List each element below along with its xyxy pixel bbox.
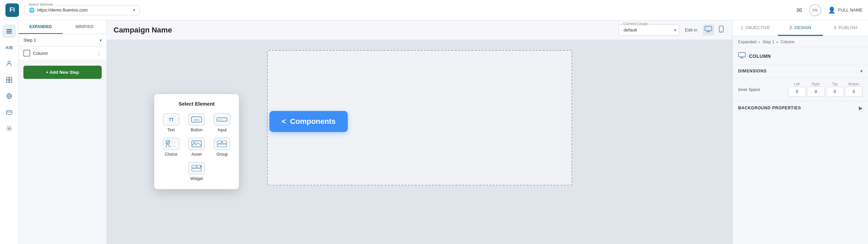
globe-icon: 🌐: [29, 7, 35, 13]
bg-props-title: BACKGROUND PROPERTIES: [738, 106, 801, 110]
website-url: https://demo.fluentos.com: [37, 7, 130, 13]
sidebar-icon-layers[interactable]: [2, 24, 16, 38]
website-chevron-icon: ▾: [133, 8, 135, 13]
svg-text:BTN: BTN: [194, 118, 199, 121]
svg-rect-4: [6, 77, 9, 80]
svg-rect-0: [6, 29, 12, 30]
element-input-icon: [214, 113, 230, 126]
right-input[interactable]: [807, 87, 825, 97]
mail-icon[interactable]: ✉: [796, 6, 802, 14]
top-input-group: Top: [826, 82, 844, 97]
svg-rect-28: [222, 141, 227, 143]
svg-rect-6: [6, 80, 9, 83]
element-text-label: Text: [167, 128, 175, 132]
icon-sidebar: A/B: [0, 20, 19, 244]
website-selector[interactable]: 🌐 https://demo.fluentos.com ▾: [24, 5, 140, 15]
svg-rect-1: [6, 31, 12, 32]
left-input[interactable]: [788, 87, 806, 97]
left-input-label: Left: [794, 82, 800, 86]
tab-objective[interactable]: 1. OBJECTIVE: [733, 20, 778, 36]
top-bar-right: ✉ 1% 👤 FULL NAME: [796, 4, 863, 16]
element-input-label: Input: [218, 128, 227, 132]
locale-dropdown[interactable]: default: [619, 24, 680, 36]
components-button[interactable]: < Components: [269, 111, 348, 132]
column-header-text: COLUMN: [749, 53, 771, 59]
svg-point-16: [721, 31, 722, 32]
element-asset[interactable]: Asset: [185, 138, 208, 157]
top-input-label: Top: [832, 82, 837, 86]
svg-rect-7: [9, 80, 12, 83]
right-panel: 1. OBJECTIVE 2. DESIGN 3. PUBLISH Expand…: [732, 20, 868, 244]
sidebar-icon-settings[interactable]: [2, 122, 16, 135]
dimensions-section-header: DIMENSIONS ▾: [733, 64, 868, 78]
element-text[interactable]: TT Text: [160, 113, 182, 132]
breadcrumb-sep-2: ▸: [776, 40, 779, 44]
top-bar: FI Select Website 🌐 https://demo.fluento…: [0, 0, 868, 20]
top-input[interactable]: [826, 87, 844, 97]
breadcrumb: Expanded ▸ Step 1 ▸ Column: [733, 36, 868, 48]
bottom-input-group: Bottom: [845, 82, 863, 97]
column-header: COLUMN: [733, 48, 868, 64]
bottom-input-label: Bottom: [848, 82, 859, 86]
bottom-input[interactable]: [845, 87, 863, 97]
add-step-button[interactable]: + Add New Step: [23, 66, 102, 79]
campaign-name: Campaign Name: [114, 26, 172, 35]
user-avatar[interactable]: 👤 FULL NAME: [828, 6, 863, 14]
canvas-area: Campaign Name Current Locale default ▾ E…: [107, 20, 732, 244]
dimensions-title: DIMENSIONS: [738, 69, 767, 73]
space-inputs: Left Right Top Bottom: [788, 82, 863, 97]
svg-rect-29: [217, 144, 227, 147]
element-group-label: Group: [217, 152, 228, 157]
svg-rect-35: [739, 52, 745, 57]
breadcrumb-column: Column: [781, 40, 794, 44]
svg-rect-32: [192, 169, 201, 171]
sidebar-tabs: EXPANDED MINIFIED: [19, 20, 106, 34]
left-input-group: Left: [788, 82, 806, 97]
tab-publish[interactable]: 3. PUBLISH: [823, 20, 868, 36]
dimensions-toggle-icon[interactable]: ▾: [860, 68, 863, 74]
element-group[interactable]: Group: [211, 138, 234, 157]
sidebar-icon-grid[interactable]: [2, 73, 16, 87]
element-grid: TT Text BTN Button: [160, 113, 234, 181]
tab-design[interactable]: 2. DESIGN: [778, 20, 823, 36]
bg-props-header[interactable]: BACKGROUND PROPERTIES ▶: [733, 101, 868, 115]
svg-rect-14: [705, 26, 712, 31]
svg-rect-5: [9, 77, 12, 80]
canvas-main: Select Element TT Text: [107, 40, 732, 244]
svg-rect-22: [166, 145, 169, 148]
tab-expanded[interactable]: EXPANDED: [19, 20, 63, 34]
mobile-icon-btn[interactable]: [717, 24, 726, 36]
sidebar-icon-card[interactable]: [2, 106, 16, 119]
element-input[interactable]: Input: [211, 113, 234, 132]
svg-rect-30: [192, 165, 196, 168]
element-group-icon: [214, 138, 230, 150]
edit-in-label: Edit in: [685, 27, 697, 32]
percent-badge[interactable]: 1%: [809, 4, 821, 16]
locale-label: Current Locale: [622, 22, 649, 26]
bg-props-arrow-icon: ▶: [859, 105, 863, 111]
user-icon: 👤: [828, 6, 835, 14]
user-name: FULL NAME: [838, 7, 863, 13]
breadcrumb-step: Step 1: [763, 40, 774, 44]
step-selector[interactable]: Step 1 ▾: [19, 34, 106, 46]
element-choice-label: Choice: [165, 152, 177, 157]
element-widget[interactable]: Widget: [185, 162, 208, 181]
column-dots-icon[interactable]: ⋮: [96, 50, 102, 57]
column-label: Column: [33, 51, 94, 56]
sidebar-icon-ab[interactable]: A/B: [2, 41, 16, 54]
desktop-icon-btn[interactable]: [703, 24, 714, 36]
column-box-icon: [23, 50, 30, 57]
design-tabs: 1. OBJECTIVE 2. DESIGN 3. PUBLISH: [733, 20, 868, 36]
step-chevron-icon: ▾: [100, 38, 102, 43]
select-element-title: Select Element: [160, 101, 234, 107]
logo-badge: FI: [5, 3, 19, 17]
sidebar-icon-user[interactable]: [2, 57, 16, 70]
components-chevron-icon: <: [282, 117, 286, 126]
tab-minified[interactable]: MINIFIED: [63, 20, 107, 34]
column-item[interactable]: Column ⋮: [19, 46, 106, 60]
element-choice[interactable]: Choice: [160, 138, 182, 157]
element-button[interactable]: BTN Button: [185, 113, 208, 132]
svg-rect-11: [6, 111, 12, 114]
sidebar-icon-globe[interactable]: [2, 89, 16, 103]
breadcrumb-expanded: Expanded: [738, 40, 756, 44]
